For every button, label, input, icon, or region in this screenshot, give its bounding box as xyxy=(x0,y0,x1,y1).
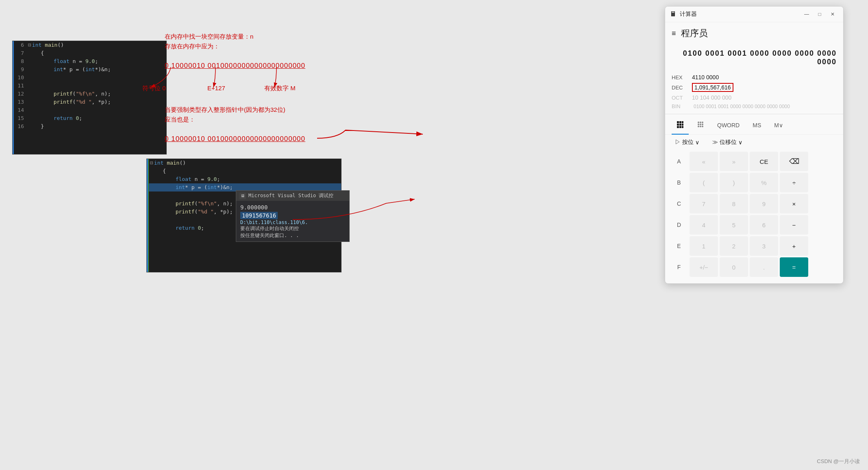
svg-point-10 xyxy=(700,122,701,123)
oct-row: OCT 10 104 000 000 xyxy=(672,93,837,102)
btn-equals[interactable]: = xyxy=(780,257,808,277)
svg-point-16 xyxy=(700,126,701,127)
dec-row: DEC 1,091,567,616 xyxy=(672,82,837,93)
calc-app-icon: 🖩 xyxy=(670,11,677,18)
btn-1[interactable]: 1 xyxy=(690,236,718,256)
calc-number-rows: HEX 4110 0000 DEC 1,091,567,616 OCT 10 1… xyxy=(665,71,843,112)
calc-mode-title: 程序员 xyxy=(681,27,708,39)
btn-8[interactable]: 8 xyxy=(720,194,748,213)
btn-rshift[interactable]: » xyxy=(720,152,748,171)
btn-multiply[interactable]: × xyxy=(780,194,808,213)
button-row-e: E 1 2 3 + xyxy=(670,236,838,256)
maximize-button[interactable]: □ xyxy=(814,10,825,19)
button-row-a: A « » CE ⌫ xyxy=(670,152,838,171)
btn-delete[interactable]: ⌫ xyxy=(780,152,808,171)
svg-point-15 xyxy=(698,126,699,127)
svg-rect-5 xyxy=(682,124,683,126)
svg-rect-4 xyxy=(679,124,681,126)
annotation-mantissa: 有效数字 M xyxy=(264,83,296,93)
btn-2[interactable]: 2 xyxy=(720,236,748,256)
vs-debug-header: 🖥 Microsoft Visual Studio 调试控 xyxy=(236,191,349,201)
calc-header: ≡ 程序员 xyxy=(665,22,843,44)
close-button[interactable]: ✕ xyxy=(827,10,838,19)
btn-percent[interactable]: % xyxy=(750,173,778,192)
code-line-9: 9 int* p = (int*)&n; xyxy=(13,65,166,74)
svg-point-14 xyxy=(702,124,703,125)
btn-open-paren[interactable]: ( xyxy=(690,173,718,192)
vs-debug-content: 9.000000 1091567616 D:\bit.110\class.110… xyxy=(236,201,349,242)
tab-ms[interactable]: MS xyxy=(748,120,766,131)
code-line-16: 16 } xyxy=(13,122,166,131)
svg-point-13 xyxy=(700,124,701,125)
code-line-6: 6 ⊟int main() xyxy=(13,41,166,49)
calc-ops-row: ▷ 按位 ∨ ≫ 位移位 ∨ xyxy=(665,135,843,150)
bin-value: 0100 0001 0001 0000 0000 0000 0000 0000 xyxy=(694,104,790,109)
btn-5[interactable]: 5 xyxy=(720,215,748,235)
code-line-7: 7 { xyxy=(13,49,166,57)
annotation-exp: E+127 xyxy=(207,83,225,93)
tab-m[interactable]: M∨ xyxy=(769,120,788,131)
debug-highlighted-value: 1091567616 xyxy=(240,212,278,219)
vs-debug-popup: 🖥 Microsoft Visual Studio 调试控 9.000000 1… xyxy=(236,190,350,242)
btn-negate[interactable]: +/− xyxy=(690,257,718,277)
button-row-f: F +/− 0 . = xyxy=(670,257,838,277)
btn-9[interactable]: 9 xyxy=(750,194,778,213)
btn-3[interactable]: 3 xyxy=(750,236,778,256)
hamburger-icon[interactable]: ≡ xyxy=(672,29,676,38)
svg-rect-0 xyxy=(677,121,679,123)
minimize-button[interactable]: — xyxy=(801,10,812,19)
row-label-a: A xyxy=(670,152,688,171)
window-controls: — □ ✕ xyxy=(801,10,838,19)
row-label-d: D xyxy=(670,215,688,235)
calc-title: 计算器 xyxy=(680,11,801,18)
btn-close-paren[interactable]: ) xyxy=(720,173,748,192)
code-line-13: 13 printf("%d ", *p); xyxy=(13,98,166,106)
bin-row: BIN 0100 0001 0001 0000 0000 0000 0000 0… xyxy=(672,102,837,111)
tab-grid[interactable] xyxy=(672,118,689,132)
annotation-binary1: 0 10000010 00100000000000000000000 xyxy=(165,60,305,71)
btn-lshift[interactable]: « xyxy=(690,152,718,171)
btn-add[interactable]: + xyxy=(780,236,808,256)
btn-divide[interactable]: ÷ xyxy=(780,173,808,192)
watermark: CSDN @一月小读 xyxy=(817,458,860,465)
annotation-binary2: 0 10000010 00100000000000000000000 xyxy=(165,133,305,144)
row-label-c: C xyxy=(670,194,688,213)
calc-buttons: A « » CE ⌫ B ( ) % ÷ C 7 8 9 × D 4 5 6 − xyxy=(665,150,843,283)
calc-display: 0100 0001 0001 0000 0000 0000 0000 0000 xyxy=(665,44,843,71)
code-line-15: 15 return 0; xyxy=(13,114,166,122)
btn-7[interactable]: 7 xyxy=(690,194,718,213)
dec-value-highlighted: 1,091,567,616 xyxy=(692,83,733,92)
svg-rect-6 xyxy=(677,126,679,128)
row-label-f: F xyxy=(670,257,688,277)
annotation-title3: 当要强制类型存入整形指针中(因为都为32位) 应当也是： xyxy=(165,105,285,124)
calc-divider xyxy=(665,114,843,114)
svg-point-12 xyxy=(698,124,699,125)
code-line-14: 14 xyxy=(13,106,166,114)
tab-alt[interactable] xyxy=(692,118,709,132)
vs-debug-icon: 🖥 xyxy=(239,193,246,199)
shift-ops-button[interactable]: ≫ 位移位 ∨ xyxy=(709,137,746,148)
code-editor-top: 6 ⊟int main() 7 { 8 float n = 9.0; 9 int… xyxy=(12,41,167,154)
btn-0[interactable]: 0 xyxy=(720,257,748,277)
button-row-b: B ( ) % ÷ xyxy=(670,173,838,192)
svg-rect-3 xyxy=(677,124,679,126)
btn-4[interactable]: 4 xyxy=(690,215,718,235)
annotation-title1: 在内存中找一块空间存放变量：n 存放在内存中应为： xyxy=(165,32,253,51)
btn-6[interactable]: 6 xyxy=(750,215,778,235)
svg-point-17 xyxy=(702,126,703,127)
button-row-d: D 4 5 6 − xyxy=(670,215,838,235)
row-label-e: E xyxy=(670,236,688,256)
bit-ops-button[interactable]: ▷ 按位 ∨ xyxy=(672,137,703,148)
svg-rect-2 xyxy=(682,121,683,123)
btn-decimal[interactable]: . xyxy=(750,257,778,277)
hex-row: HEX 4110 0000 xyxy=(672,73,837,82)
code-line-10: 10 xyxy=(13,74,166,82)
svg-rect-1 xyxy=(679,121,681,123)
btn-ce[interactable]: CE xyxy=(750,152,778,171)
tab-qword[interactable]: QWORD xyxy=(712,120,744,131)
svg-point-9 xyxy=(698,122,699,123)
row-label-b: B xyxy=(670,173,688,192)
svg-rect-8 xyxy=(682,126,683,128)
btn-subtract[interactable]: − xyxy=(780,215,808,235)
svg-point-11 xyxy=(702,122,703,123)
